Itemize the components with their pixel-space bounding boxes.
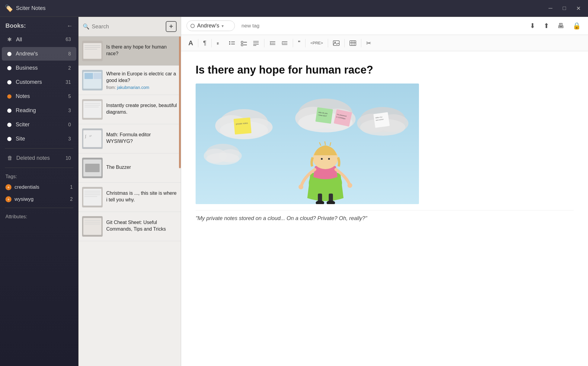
note-content-7: Git Cheat Sheet: Useful Commands, Tips a… [106, 216, 177, 237]
note-title-1: Is there any hope for human race? [106, 44, 177, 57]
checklist-button[interactable] [239, 39, 249, 48]
note-item-4[interactable]: ∫ x² Math: Formula editor WYSIWYG? [78, 124, 181, 153]
dot-icon [7, 80, 11, 84]
svg-text:∫: ∫ [85, 134, 86, 138]
ordered-list-button[interactable]: ≡1. [215, 39, 225, 48]
star-icon: ✱ [7, 36, 12, 43]
tag-count: 1 [70, 185, 73, 190]
sidebar-divider-2 [5, 168, 73, 168]
svg-marker-53 [282, 42, 283, 44]
dot-icon [7, 94, 11, 99]
note-item-6[interactable]: Christmas is ..., this site is where i t… [78, 183, 181, 212]
notes-scroll-area: Is there any hope for human race? Where … [78, 36, 181, 366]
svg-point-95 [321, 158, 323, 160]
code-button[interactable]: <PRE> [308, 39, 325, 46]
dot-icon [7, 123, 11, 127]
titlebar-controls: ─ □ ✕ [546, 4, 583, 13]
download-button[interactable]: ⬇ [528, 21, 537, 31]
maximize-button[interactable]: □ [560, 4, 568, 13]
tag-item-wysiwyg[interactable]: + wysiwyg 2 [0, 193, 78, 205]
sidebar-item-all[interactable]: ✱ All 63 [2, 33, 76, 46]
note-title-6: Christmas is ..., this site is where i t… [106, 190, 177, 204]
lock-button[interactable]: 🔒 [571, 21, 583, 31]
note-thumbnail-2 [82, 70, 103, 90]
sidebar-item-andrews[interactable]: Andrew's 8 [2, 47, 76, 61]
font-button[interactable]: A [187, 38, 195, 48]
dot-icon [7, 52, 11, 56]
svg-text:x²: x² [89, 134, 92, 137]
print-button[interactable]: 🖶 [556, 21, 566, 31]
svg-rect-20 [85, 164, 100, 172]
note-content-2: Where in Europe is electric car a good i… [106, 70, 177, 90]
tag-input[interactable] [240, 21, 381, 31]
upload-button[interactable]: ⬆ [542, 21, 551, 31]
note-content-3: Instantly create precise, beautiful diag… [106, 99, 177, 120]
sidebar-books-label: Books: [5, 22, 26, 29]
svg-rect-56 [350, 41, 356, 46]
note-thumbnail-7 [82, 216, 103, 237]
sidebar-item-count: 5 [68, 94, 71, 99]
search-icon: 🔍 [83, 23, 89, 30]
sidebar-item-label: Reading [16, 107, 68, 114]
app-icon: 🏷️ [5, 5, 13, 12]
table-button[interactable] [348, 39, 358, 48]
note-thumbnail-3 [82, 99, 103, 120]
note-item-3[interactable]: Instantly create precise, beautiful diag… [78, 95, 181, 124]
svg-point-36 [229, 43, 230, 45]
svg-point-90 [347, 183, 352, 188]
sidebar-item-sciter[interactable]: Sciter 0 [2, 118, 76, 131]
svg-rect-8 [94, 73, 101, 79]
note-title-2: Where in Europe is electric car a good i… [106, 71, 177, 84]
note-item-1[interactable]: Is there any hope for human race? [78, 36, 181, 66]
notes-scrollbar[interactable] [179, 36, 181, 168]
note-thumbnail-6 [82, 187, 103, 207]
tag-item-credentials[interactable]: + credentials 1 [0, 181, 78, 193]
toolbar-separator [305, 39, 305, 47]
sidebar-item-business[interactable]: Business 2 [2, 61, 76, 75]
toolbar-separator [211, 39, 212, 47]
sidebar-item-reading[interactable]: Reading 3 [2, 104, 76, 117]
toolbar-separator [361, 39, 361, 47]
content-body: Is there any hope for human race? [181, 51, 588, 366]
tag-plus-icon: + [5, 184, 11, 190]
image-button[interactable] [331, 39, 341, 48]
multiline-button[interactable] [251, 39, 261, 48]
sidebar-item-count: 63 [66, 37, 71, 42]
search-input[interactable] [92, 24, 163, 30]
indent-button[interactable] [280, 39, 290, 48]
toolbar-separator [344, 39, 345, 47]
sidebar-back-arrow[interactable]: ← [67, 22, 73, 29]
svg-rect-60 [196, 84, 419, 204]
note-item-5[interactable]: The Buzzer [78, 153, 181, 183]
sidebar-header: Books: ← [0, 17, 78, 32]
content-quote: "My private notes stored on a cloud... O… [196, 210, 574, 222]
paragraph-button[interactable]: ¶ [201, 38, 208, 48]
toolbar-separator [293, 39, 293, 47]
note-title-5: The Buzzer [106, 164, 177, 171]
scissors-button[interactable]: ✂ [364, 38, 373, 48]
sidebar-item-site[interactable]: Site 3 [2, 132, 76, 146]
note-title-4: Math: Formula editor WYSIWYG? [106, 131, 177, 145]
content-illustration: private notes why do you I love him? my … [196, 84, 419, 204]
note-subtitle-2: from: jakubmarian.com [106, 85, 177, 90]
note-item-2[interactable]: Where in Europe is electric car a good i… [78, 66, 181, 95]
unordered-list-button[interactable] [227, 39, 237, 48]
note-item-7[interactable]: Git Cheat Sheet: Useful Commands, Tips a… [78, 212, 181, 241]
note-title-7: Git Cheat Sheet: Useful Commands, Tips a… [106, 219, 177, 233]
sidebar-item-customers[interactable]: Customers 31 [2, 75, 76, 89]
sidebar-item-label: Andrew's [16, 51, 68, 57]
minimize-button[interactable]: ─ [546, 4, 555, 13]
book-selector[interactable]: Andrew's ▾ [187, 21, 235, 31]
content-title: Is there any hope for human race? [196, 63, 574, 76]
editor-toolbar: A ¶ ≡1. " [181, 35, 588, 51]
book-name-label: Andrew's [197, 23, 219, 29]
sidebar: Books: ← ✱ All 63 Andrew's 8 Business 2 … [0, 17, 78, 366]
sidebar-item-deleted[interactable]: 🗑 Deleted notes 10 [2, 151, 76, 165]
sidebar-item-notes[interactable]: Notes 5 [2, 90, 76, 103]
add-note-button[interactable]: + [166, 21, 177, 32]
close-button[interactable]: ✕ [574, 4, 583, 13]
notes-list-panel: 🔍 + Is there any hope for human [78, 17, 181, 366]
blockquote-button[interactable]: " [296, 39, 302, 47]
note-content-5: The Buzzer [106, 158, 177, 178]
outdent-button[interactable] [267, 39, 278, 48]
